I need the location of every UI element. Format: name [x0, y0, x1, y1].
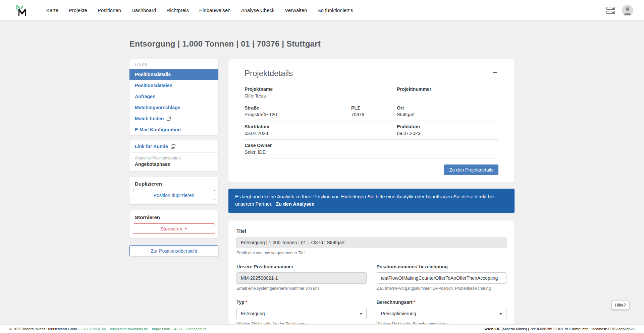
footer-separator: · — [171, 327, 173, 331]
sidebar-item-label: Positionsdetails — [135, 72, 171, 77]
nav-item-verwalten[interactable]: Verwalten — [285, 7, 307, 13]
project-row-dates: Startdatum 03.02.2023 Enddatum 09.07.202… — [245, 121, 498, 140]
duplicate-title: Duplizieren — [133, 180, 215, 190]
cancel-title: Stornieren — [133, 214, 215, 223]
nav-item-projekte[interactable]: Projekte — [69, 7, 87, 13]
sidebar-item-label: Positionsdateien — [135, 83, 172, 88]
position-overview-button[interactable]: Zur Positionsübersicht — [129, 245, 218, 256]
footer-session-info: Selen IDE (Mineral Minds) | 7ce360e83fb0… — [484, 327, 635, 331]
nav-item-so-funktionierts[interactable]: So funktioniert's — [317, 7, 353, 13]
nav-item-analyse-check[interactable]: Analyse Check — [241, 7, 274, 13]
typ-select[interactable]: Entsorgung — [236, 308, 367, 319]
footer-user-name: Selen IDE — [484, 327, 501, 331]
nav-item-dashboard[interactable]: Dashboard — [131, 7, 156, 13]
positionsnummer-helper: Erhält eine systemgenerierte Nummer von … — [236, 286, 367, 291]
server-stack-icon[interactable] — [606, 5, 616, 15]
chevron-down-icon — [499, 313, 502, 315]
case-owner-value: Selen IDE — [245, 149, 498, 155]
cancel-button-label: Stornieren — [161, 226, 182, 231]
duplicate-position-button[interactable]: Position duplizieren — [133, 190, 215, 200]
sidebar-item-positionsdetails[interactable]: Positionsdetails — [129, 69, 218, 80]
links-header: LINKS — [129, 59, 218, 69]
sidebar-item-anfragen[interactable]: Anfragen — [129, 91, 218, 102]
projektname-label: Projektname — [245, 86, 397, 92]
chevron-down-icon — [359, 313, 363, 315]
position-form-card: Titel Erhält den von uns vorgegebenen Ti… — [228, 220, 515, 333]
nav-item-einbauweisen[interactable]: Einbauweisen — [199, 7, 230, 13]
footer-email-link[interactable]: info@mineral-minds.de — [110, 327, 148, 331]
page-title: Entsorgung | 1.000 Tonnen | 01 | 70376 |… — [129, 39, 515, 49]
projektnummer-label: Projektnummer — [397, 86, 498, 92]
startdatum-value: 03.02.2023 — [245, 131, 397, 136]
titel-input — [236, 237, 506, 248]
project-row-owner: Case Owner Selen IDE — [245, 140, 498, 158]
footer-impressum-link[interactable]: Impressum — [152, 327, 170, 331]
logo-icon — [15, 4, 29, 17]
typ-label-text: Typ — [236, 299, 245, 305]
duplicate-card: Duplizieren Position duplizieren — [129, 177, 218, 204]
nav-item-karte[interactable]: Karte — [46, 7, 58, 13]
mineral-minds-logo[interactable] — [15, 3, 29, 17]
footer-separator: · — [107, 327, 109, 331]
strasse-value: Pragstraße 120 — [245, 112, 351, 117]
project-details-title: Projektdetails — [245, 69, 293, 78]
berechnungsart-label: Berechnungsart* — [377, 299, 507, 305]
sidebar-item-label: Anfragen — [135, 94, 155, 99]
project-details-card: Projektdetails – Projektname OfferTests … — [228, 59, 515, 183]
ort-label: Ort — [397, 105, 498, 111]
footer-session-details: (Mineral Minds) | 7ce360e83fb0 | URL of … — [500, 327, 635, 331]
customer-link-card: Link für Kunde Aktueller Positionsstatus… — [129, 140, 218, 171]
links-card: LINKS Positionsdetails Positionsdateien — [129, 59, 218, 135]
footer-separator: · — [149, 327, 151, 331]
projektname-value: OfferTests — [245, 93, 397, 98]
required-asterisk: * — [246, 299, 247, 305]
main-navigation: Karte Projekte Positionen Dashboard Rich… — [46, 7, 353, 13]
bezeichnung-helper: Z.B. Interne-Vorgangsnummer, LV-Position… — [377, 286, 507, 291]
sidebar-item-label: E-Mail Konfiguration — [135, 127, 181, 132]
footer-separator: · — [80, 327, 81, 331]
sidebar-item-label: Matchingvorschläge — [135, 105, 180, 110]
footer-copyright: © 2025 Mineral Minds Deutschland GmbH — [9, 327, 78, 331]
typ-select-value: Entsorgung — [241, 311, 265, 316]
project-row-name-number: Projektname OfferTests Projektnummer - — [245, 83, 498, 102]
chevron-down-icon — [184, 228, 187, 229]
cancel-card: Stornieren Stornieren — [129, 210, 218, 238]
go-to-analyses-link[interactable]: Zu den Analysen — [276, 201, 314, 207]
nav-item-positionen[interactable]: Positionen — [98, 7, 121, 13]
position-status-label: Aktueller Positionsstatus: — [135, 156, 213, 160]
footer-agb-link[interactable]: AGB — [174, 327, 182, 331]
nav-item-richtpreis[interactable]: Richtpreis — [166, 7, 189, 13]
user-avatar[interactable] — [622, 5, 633, 16]
sidebar-item-match-finden[interactable]: Match finden — [129, 113, 218, 124]
sidebar: LINKS Positionsdetails Positionsdateien — [129, 59, 218, 256]
titel-label: Titel — [236, 228, 506, 234]
bezeichnung-input[interactable] — [377, 272, 507, 284]
sidebar-item-positionsdateien[interactable]: Positionsdateien — [129, 80, 218, 91]
footer-separator: · — [183, 327, 184, 331]
external-link-icon — [167, 117, 171, 121]
footer-phone-link[interactable]: 07151/250100 — [83, 327, 106, 331]
footer-datenschutz-link[interactable]: Datenschutz — [186, 327, 206, 331]
help-button[interactable]: Hilfe? — [612, 301, 629, 310]
positionsnummer-input — [236, 272, 367, 284]
required-asterisk: * — [414, 299, 415, 305]
cancel-position-button[interactable]: Stornieren — [133, 223, 215, 234]
enddatum-value: 09.07.2023 — [397, 131, 498, 136]
go-to-project-details-button[interactable]: Zu den Projektdetails — [444, 164, 498, 175]
case-owner-label: Case Owner — [245, 143, 498, 148]
customer-link-label: Link für Kunde — [135, 144, 168, 149]
startdatum-label: Startdatum — [245, 124, 397, 129]
project-row-address: Straße Pragstraße 120 PLZ 70376 Ort Stut… — [245, 102, 498, 121]
customer-link[interactable]: Link für Kunde — [129, 140, 218, 152]
collapse-icon[interactable]: – — [492, 69, 498, 76]
title-divider — [129, 53, 515, 53]
strasse-label: Straße — [245, 105, 351, 111]
sidebar-item-matchingvorschlaege[interactable]: Matchingvorschläge — [129, 102, 218, 113]
ort-value: Stuttgart — [397, 112, 498, 117]
sidebar-item-email-konfiguration[interactable]: E-Mail Konfiguration — [129, 124, 218, 135]
positionsnummer-label: Unsere Positionsnummer — [236, 264, 367, 269]
berechnungsart-select-value: Preisoptimierung — [381, 311, 416, 316]
footer: © 2025 Mineral Minds Deutschland GmbH · … — [0, 324, 644, 333]
top-navbar: Karte Projekte Positionen Dashboard Rich… — [0, 0, 644, 20]
berechnungsart-select[interactable]: Preisoptimierung — [377, 308, 507, 319]
